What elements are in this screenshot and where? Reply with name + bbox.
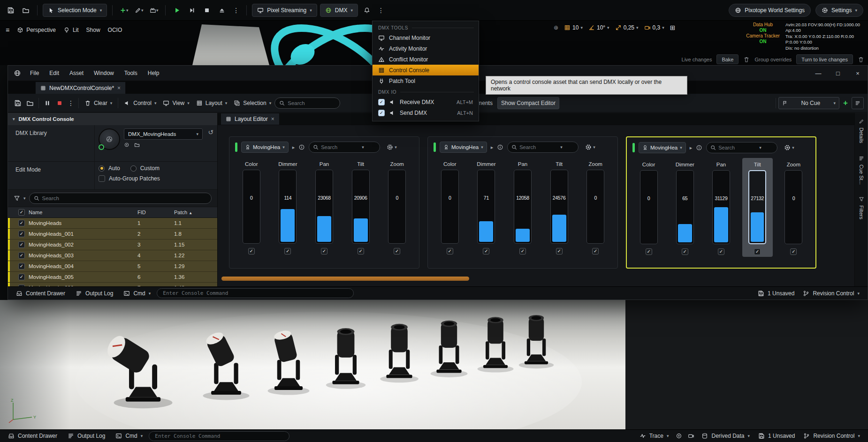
- group-expand-arrow[interactable]: ▸: [690, 145, 693, 151]
- fader-track[interactable]: 0: [243, 170, 260, 244]
- output-log-button[interactable]: Output Log: [63, 430, 109, 442]
- save-button[interactable]: [5, 4, 17, 16]
- fader-enable-checkbox[interactable]: [556, 248, 563, 255]
- chevron-down-icon[interactable]: ▾: [23, 196, 26, 201]
- blueprints-button[interactable]: ▾: [133, 4, 145, 16]
- control-dropdown[interactable]: Control▾: [121, 97, 160, 109]
- fader-group-1[interactable]: MovingHea▾ ▸ ▾ ▾ Color 0: [229, 136, 419, 269]
- fader-enable-checkbox[interactable]: [790, 248, 797, 255]
- pixotope-world-settings-button[interactable]: Pixotope World Settings: [729, 4, 811, 17]
- fader-track[interactable]: 0: [388, 170, 406, 244]
- fader-zoom[interactable]: Zoom 0: [381, 157, 412, 256]
- dmx-dropdown[interactable]: DMX ▾: [320, 4, 358, 17]
- trace-dropdown[interactable]: Trace▾: [635, 430, 673, 442]
- perspective-dropdown[interactable]: Perspective: [17, 27, 56, 33]
- target-tool-button[interactable]: [673, 430, 685, 442]
- group-settings-dropdown[interactable]: ▾: [582, 142, 598, 153]
- trash-icon[interactable]: [743, 56, 750, 63]
- unsaved-indicator[interactable]: 1 Unsaved: [754, 430, 799, 442]
- fader-group-2[interactable]: MovingHea▾ ▸ ▾ ▾ Color 0: [427, 136, 618, 269]
- quick-add-button[interactable]: ▾: [118, 4, 130, 16]
- column-name[interactable]: Name: [29, 210, 134, 215]
- row-checkbox[interactable]: [18, 220, 25, 226]
- output-log-button[interactable]: Output Log: [71, 288, 117, 299]
- fader-track[interactable]: 0: [640, 170, 658, 244]
- console-command-input[interactable]: [157, 288, 354, 298]
- fader-enable-checkbox[interactable]: [358, 248, 364, 255]
- fader-enable-checkbox[interactable]: [284, 248, 291, 255]
- ocio-dropdown[interactable]: OCIO: [108, 27, 122, 33]
- fader-enable-checkbox[interactable]: [321, 248, 327, 255]
- fader-enable-checkbox[interactable]: [646, 248, 652, 255]
- menu-item-receive-dmx[interactable]: Receive DMX ALT+M: [373, 97, 479, 107]
- patch-row[interactable]: MovingHeads_005 6 1.36: [8, 272, 217, 283]
- rotation-snap-dropdown[interactable]: 10°▾: [588, 24, 609, 31]
- menu-file[interactable]: File: [25, 70, 44, 76]
- save-asset-button[interactable]: [12, 97, 24, 109]
- fader-color[interactable]: Color 0: [434, 157, 465, 256]
- fader-zoom[interactable]: Zoom 0: [580, 157, 611, 256]
- viewport-options-menu[interactable]: ≡: [6, 26, 9, 34]
- group-expand-arrow[interactable]: ▸: [491, 144, 494, 150]
- fader-track[interactable]: 0: [586, 170, 604, 244]
- reset-to-default-icon[interactable]: ↺: [208, 128, 213, 158]
- layout-editor-tab[interactable]: Layout Editor ×: [221, 113, 280, 125]
- browse-asset-icon[interactable]: [134, 142, 140, 148]
- fader-pan[interactable]: Pan 23068: [309, 157, 340, 256]
- row-checkbox[interactable]: [18, 241, 25, 248]
- fader-track[interactable]: 71: [477, 170, 495, 244]
- cmd-dropdown[interactable]: Cmd▾: [111, 430, 147, 442]
- menu-item-activity-monitor[interactable]: Activity Monitor: [373, 43, 479, 54]
- fader-group-3[interactable]: MovingHea▾ ▸ ▾ ▾ Color 0: [626, 136, 816, 269]
- screenshot-button[interactable]: [685, 430, 697, 442]
- clear-dropdown[interactable]: Clear▾: [81, 97, 115, 109]
- fader-tilt[interactable]: Tilt 20906: [345, 157, 376, 256]
- patch-row[interactable]: MovingHeads_003 4 1.22: [8, 250, 217, 261]
- settings-dropdown[interactable]: Settings ▾: [815, 4, 863, 17]
- level-viewport-3d[interactable]: Z Y: [0, 300, 868, 429]
- unsaved-indicator[interactable]: 1 Unsaved: [754, 288, 799, 299]
- scale-snap-dropdown[interactable]: 0,25▾: [615, 24, 639, 31]
- fader-dimmer[interactable]: Dimmer 71: [471, 157, 502, 256]
- patch-row[interactable]: MovingHeads_004 5 1.29: [8, 261, 217, 272]
- cue-stack-button[interactable]: [852, 97, 864, 109]
- console-command-input[interactable]: [149, 431, 289, 441]
- grid-snap-dropdown[interactable]: 10▾: [564, 24, 583, 31]
- toolbar-overflow-menu[interactable]: ⋮: [376, 7, 386, 14]
- pause-playback-button[interactable]: [41, 97, 53, 109]
- minimize-button[interactable]: —: [808, 66, 828, 81]
- fader-track[interactable]: 0: [441, 170, 459, 244]
- patch-row[interactable]: MovingHeads_006 7 1.43: [8, 283, 217, 286]
- library-asset-dropdown[interactable]: DMX_MovingHeads▾: [124, 128, 203, 140]
- cinematics-button[interactable]: ▾: [148, 4, 160, 16]
- group-settings-dropdown[interactable]: ▾: [781, 142, 797, 153]
- patch-row[interactable]: MovingHeads_002 3 1.15: [8, 240, 217, 250]
- fader-track[interactable]: 20906: [352, 170, 370, 244]
- use-selected-asset-icon[interactable]: [124, 142, 129, 148]
- fader-track[interactable]: 0: [784, 170, 802, 244]
- fader-track[interactable]: 23068: [315, 170, 333, 244]
- menu-item-control-console[interactable]: Control Console: [373, 65, 479, 75]
- send-dmx-checkbox[interactable]: [378, 110, 385, 116]
- add-cue-button[interactable]: +: [839, 97, 852, 109]
- fader-pan[interactable]: Pan 12058: [507, 157, 538, 256]
- menu-window[interactable]: Window: [89, 70, 119, 76]
- derived-data-dropdown[interactable]: Derived Data▾: [697, 430, 754, 442]
- info-icon[interactable]: [497, 144, 503, 150]
- playback-options-menu[interactable]: ⋮: [66, 99, 76, 107]
- patch-row[interactable]: MovingHeads_001 2 1.8: [8, 229, 217, 240]
- surface-snap-button[interactable]: ⊕: [554, 24, 558, 31]
- show-dropdown[interactable]: Show: [86, 27, 100, 33]
- group-search-input[interactable]: ▾: [706, 142, 777, 153]
- camera-speed-dropdown[interactable]: 0,3▾: [644, 24, 664, 31]
- library-asset-thumbnail[interactable]: [99, 128, 120, 150]
- fader-enable-checkbox[interactable]: [248, 248, 255, 255]
- menu-item-channel-monitor[interactable]: Channel Monitor: [373, 32, 479, 43]
- group-name-dropdown[interactable]: MovingHea▾: [440, 142, 487, 153]
- column-fid[interactable]: FID: [137, 210, 170, 215]
- play-button[interactable]: [171, 4, 183, 16]
- stop-sending-button[interactable]: [53, 97, 66, 109]
- side-tab-cuest[interactable]: Cue St...: [859, 156, 864, 185]
- cmd-dropdown[interactable]: Cmd▾: [119, 288, 155, 299]
- filter-funnel-icon[interactable]: [14, 195, 20, 202]
